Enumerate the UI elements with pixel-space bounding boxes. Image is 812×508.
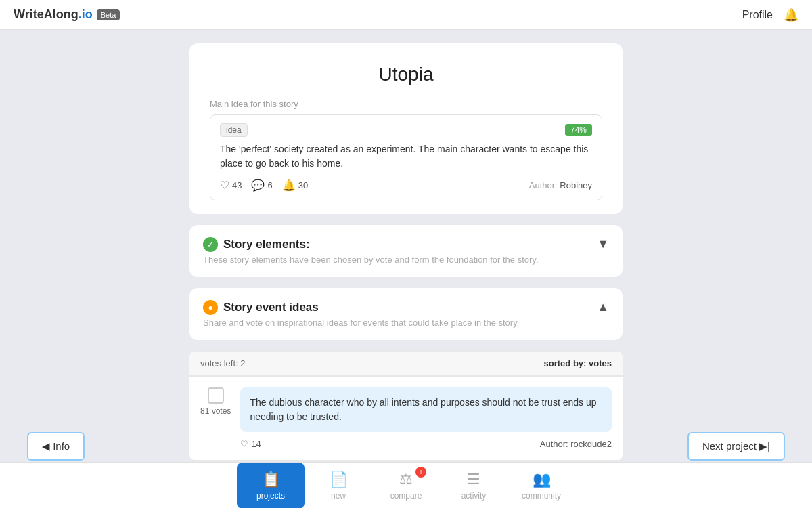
tab-projects-label: projects bbox=[256, 491, 285, 501]
logo-text: WriteAlong.io bbox=[14, 7, 93, 22]
idea-card: idea 74% The 'perfect' society created a… bbox=[210, 114, 602, 200]
votes-bar: votes left: 2 sorted by: votes bbox=[189, 351, 623, 376]
story-events-title-col: ● Story event ideas Share and vote on in… bbox=[203, 300, 519, 328]
sorted-by-value: votes bbox=[589, 358, 612, 368]
logo: WriteAlong.io Beta bbox=[14, 7, 120, 22]
match-badge: 74% bbox=[565, 124, 592, 136]
idea-card-header: idea 74% bbox=[220, 123, 592, 137]
story-elements-header: ✓ Story elements: These story elements h… bbox=[203, 237, 609, 265]
tab-community[interactable]: 👥 community bbox=[508, 463, 575, 509]
author-info: Author: Robiney bbox=[529, 180, 592, 190]
section-subtitle: These story elements have been chosen by… bbox=[203, 255, 539, 265]
tab-bar: 📋 projects 📄 new ! ⚖ compare ☰ activity … bbox=[0, 462, 812, 508]
events-section-subtitle: Share and vote on inspirational ideas fo… bbox=[203, 318, 519, 328]
story-title: Utopia bbox=[210, 64, 602, 85]
info-button[interactable]: ◀ Info bbox=[27, 432, 85, 461]
like-button[interactable]: ♡ 43 bbox=[220, 179, 242, 192]
event-content: The dubious character who by all intents… bbox=[240, 387, 612, 449]
new-icon: 📄 bbox=[330, 471, 348, 488]
like-count: 43 bbox=[232, 180, 242, 190]
story-elements-card: ✓ Story elements: These story elements h… bbox=[189, 225, 623, 277]
notification-bell-icon[interactable]: 🔔 bbox=[784, 7, 798, 22]
content-wrapper: Utopia Main idea for this story idea 74%… bbox=[189, 43, 623, 461]
idea-tag: idea bbox=[220, 123, 248, 137]
event-card: 81 votes The dubious character who by al… bbox=[189, 376, 623, 461]
story-events-header: ● Story event ideas Share and vote on in… bbox=[203, 300, 609, 328]
author-name: Robiney bbox=[560, 180, 592, 190]
community-icon: 👥 bbox=[533, 471, 551, 488]
story-elements-toggle[interactable]: ▼ bbox=[597, 237, 609, 251]
events-section-title: Story event ideas bbox=[223, 301, 319, 314]
event-like-count: 14 bbox=[251, 439, 261, 449]
tab-new[interactable]: 📄 new bbox=[304, 463, 372, 509]
activity-icon: ☰ bbox=[467, 471, 480, 488]
info-button-label: ◀ Info bbox=[42, 440, 70, 452]
tab-activity[interactable]: ☰ activity bbox=[440, 463, 508, 509]
vote-checkbox[interactable] bbox=[208, 387, 224, 404]
profile-link[interactable]: Profile bbox=[742, 9, 773, 21]
vote-count: 81 votes bbox=[200, 406, 231, 416]
check-icon: ✓ bbox=[203, 237, 218, 252]
tab-activity-label: activity bbox=[461, 491, 487, 501]
tab-compare[interactable]: ! ⚖ compare bbox=[372, 463, 440, 509]
event-row: 81 votes The dubious character who by al… bbox=[200, 387, 612, 449]
sorted-by: sorted by: votes bbox=[544, 358, 612, 368]
projects-icon: 📋 bbox=[262, 471, 280, 488]
comment-button[interactable]: 💬 6 bbox=[251, 179, 272, 192]
alert-count: 30 bbox=[298, 180, 308, 190]
beta-badge: Beta bbox=[97, 9, 120, 20]
heart-icon: ♡ bbox=[240, 439, 248, 449]
event-text-bubble: The dubious character who by all intents… bbox=[240, 387, 612, 432]
section-title: Story elements: bbox=[223, 238, 310, 251]
votes-left: votes left: 2 bbox=[200, 358, 245, 368]
events-title-row: ● Story event ideas bbox=[203, 300, 519, 315]
event-author-name: rockdude2 bbox=[570, 439, 612, 449]
story-events-toggle[interactable]: ▲ bbox=[597, 300, 609, 314]
next-button-label: Next project ▶| bbox=[702, 440, 770, 452]
event-author: Author: rockdude2 bbox=[540, 439, 612, 449]
header-right: Profile 🔔 bbox=[742, 7, 798, 22]
header: WriteAlong.io Beta Profile 🔔 bbox=[0, 0, 812, 30]
idea-footer: ♡ 43 💬 6 🔔 30 Author: bbox=[220, 179, 592, 192]
idea-actions: ♡ 43 💬 6 🔔 30 bbox=[220, 179, 308, 192]
event-like-button[interactable]: ♡ 14 bbox=[240, 439, 261, 449]
event-footer: ♡ 14 Author: rockdude2 bbox=[240, 439, 612, 449]
idea-text: The 'perfect' society created as an expe… bbox=[220, 142, 592, 171]
compare-icon: ⚖ bbox=[399, 471, 413, 488]
info-icon: ● bbox=[203, 300, 218, 315]
alert-button[interactable]: 🔔 30 bbox=[282, 179, 308, 192]
vote-checkbox-col: 81 votes bbox=[200, 387, 231, 416]
main-idea-label: Main idea for this story bbox=[210, 99, 602, 109]
alert-icon: 🔔 bbox=[282, 179, 296, 192]
tab-projects[interactable]: 📋 projects bbox=[237, 463, 304, 509]
comment-count: 6 bbox=[267, 180, 272, 190]
story-elements-title-col: ✓ Story elements: These story elements h… bbox=[203, 237, 539, 265]
section-title-row: ✓ Story elements: bbox=[203, 237, 539, 252]
tab-compare-label: compare bbox=[390, 491, 422, 501]
story-events-card: ● Story event ideas Share and vote on in… bbox=[189, 288, 623, 340]
next-project-button[interactable]: Next project ▶| bbox=[687, 432, 785, 461]
heart-icon: ♡ bbox=[220, 179, 229, 192]
tab-community-label: community bbox=[522, 491, 561, 501]
compare-badge: ! bbox=[415, 467, 426, 478]
tab-new-label: new bbox=[331, 491, 346, 501]
story-title-card: Utopia Main idea for this story idea 74%… bbox=[189, 43, 623, 214]
comment-icon: 💬 bbox=[251, 179, 265, 192]
